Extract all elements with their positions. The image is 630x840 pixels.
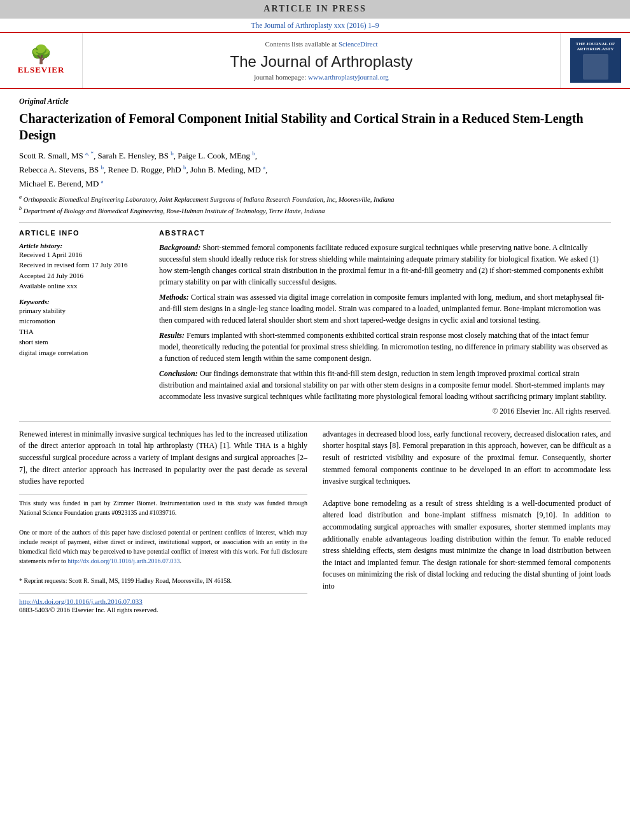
- elsevier-wordmark: ELSEVIER: [18, 65, 65, 75]
- author-sup-b1: b: [171, 150, 174, 157]
- author-sup-b3: b: [101, 164, 104, 171]
- affil-b-text: Department of Biology and Biomedical Eng…: [24, 207, 325, 214]
- author-sup-b4: b: [183, 164, 186, 171]
- keyword-2: micromotion: [19, 316, 146, 326]
- affil-a-text: Orthopaedic Biomedical Engineering Labor…: [24, 196, 395, 203]
- author-sup-b2: b: [252, 150, 255, 157]
- body-text-layout: Renewed interest in minimally invasive s…: [19, 428, 611, 613]
- results-text: Femurs implanted with short-stemmed comp…: [159, 331, 608, 363]
- background-text: Short-stemmed femoral components facilit…: [159, 243, 603, 286]
- abstract-heading: ABSTRACT: [159, 229, 611, 237]
- authors-line-3: Michael E. Berend, MD a: [19, 178, 611, 190]
- journal-logo: THE JOURNAL OFARTHROPLASTY: [570, 38, 621, 83]
- sciencedirect-line: Contents lists available at ScienceDirec…: [265, 40, 377, 48]
- methods-label: Methods:: [159, 293, 189, 302]
- article-body: Original Article Characterization of Fem…: [0, 89, 630, 621]
- author-sup-a3: a: [101, 178, 104, 185]
- footnote-reprint: * Reprint requests: Scott R. Small, MS, …: [19, 576, 307, 585]
- doi-footer: http://dx.doi.org/10.1016/j.arth.2016.07…: [19, 593, 307, 613]
- history-label: Article history:: [19, 242, 146, 249]
- footnote-conflict: One or more of the authors of this paper…: [19, 528, 307, 566]
- article-type-label: Original Article: [19, 97, 611, 106]
- journal-homepage-line: journal homepage: www.arthroplastyjourna…: [254, 73, 389, 81]
- body-col2-paragraph2: Adaptive bone remodeling as a result of …: [323, 498, 611, 592]
- abstract-column: ABSTRACT Background: Short-stemmed femor…: [159, 229, 611, 415]
- authors-line-2: Rebecca A. Stevens, BS b, Renee D. Rogge…: [19, 164, 611, 176]
- background-label: Background:: [159, 243, 200, 252]
- body-left-col: Renewed interest in minimally invasive s…: [19, 428, 307, 613]
- body-col2-paragraph1: advantages in decreased blood loss, earl…: [323, 428, 611, 487]
- author-sup-a1: a, *: [85, 150, 94, 157]
- article-title: Characterization of Femoral Component In…: [19, 110, 611, 143]
- keywords-label: Keywords:: [19, 298, 146, 305]
- journal-homepage-link[interactable]: www.arthroplastyjournal.org: [308, 73, 389, 81]
- journal-center-info: Contents lists available at ScienceDirec…: [83, 33, 560, 88]
- conclusion-text: Our findings demonstrate that within thi…: [159, 369, 606, 401]
- keyword-1: primary stability: [19, 305, 146, 316]
- article-info-abstract-layout: ARTICLE INFO Article history: Received 1…: [19, 229, 611, 415]
- results-label: Results:: [159, 331, 185, 340]
- authors-line: Scott R. Small, MS a, *, Sarah E. Hensle…: [19, 150, 611, 162]
- body-separator: [19, 421, 611, 422]
- keyword-3: THA: [19, 326, 146, 337]
- article-history-block: Article history: Received 1 April 2016 R…: [19, 242, 146, 291]
- author-sup-a2: a: [263, 164, 265, 171]
- abstract-conclusion: Conclusion: Our findings demonstrate tha…: [159, 368, 611, 402]
- article-info-heading: ARTICLE INFO: [19, 229, 146, 237]
- keywords-block: Keywords: primary stability micromotion …: [19, 298, 146, 358]
- body-right-col: advantages in decreased blood loss, earl…: [323, 428, 611, 613]
- elsevier-tree-icon: 🌳: [30, 46, 52, 64]
- keyword-5: digital image correlation: [19, 347, 146, 358]
- conclusion-label: Conclusion:: [159, 369, 198, 378]
- issn-line: 0883-5403/© 2016 Elsevier Inc. All right…: [19, 606, 307, 613]
- journal-title: The Journal of Arthroplasty: [230, 53, 413, 71]
- sciencedirect-link[interactable]: ScienceDirect: [339, 40, 378, 48]
- affil-sup-b: b: [19, 206, 22, 211]
- keyword-4: short stem: [19, 337, 146, 347]
- available-text: Available online xxx: [19, 281, 146, 291]
- footnotes-section: This study was funded in part by Zimmer …: [19, 494, 307, 585]
- accepted-text: Accepted 24 July 2016: [19, 270, 146, 281]
- received-text: Received 1 April 2016: [19, 249, 146, 260]
- article-in-press-banner: ARTICLE IN PRESS: [0, 0, 630, 18]
- doi-link[interactable]: http://dx.doi.org/10.1016/j.arth.2016.07…: [19, 598, 143, 605]
- affiliations: a Orthopaedic Biomedical Engineering Lab…: [19, 193, 611, 215]
- abstract-methods: Methods: Cortical strain was assessed vi…: [159, 291, 611, 326]
- methods-text: Cortical strain was assessed via digital…: [159, 293, 604, 325]
- abstract-background: Background: Short-stemmed femoral compon…: [159, 242, 611, 288]
- abstract-results: Results: Femurs implanted with short-ste…: [159, 330, 611, 364]
- footnote-funding: This study was funded in part by Zimmer …: [19, 498, 307, 517]
- conflict-doi-link[interactable]: http://dx.doi.org/10.1016/j.arth.2016.07…: [67, 557, 179, 564]
- journal-logo-title: THE JOURNAL OFARTHROPLASTY: [576, 41, 615, 52]
- body-col1-paragraph1: Renewed interest in minimally invasive s…: [19, 428, 307, 487]
- article-info-column: ARTICLE INFO Article history: Received 1…: [19, 229, 146, 415]
- journal-header: 🌳 ELSEVIER Contents lists available at S…: [0, 33, 630, 89]
- elsevier-logo: 🌳 ELSEVIER: [10, 41, 73, 80]
- copyright-line: © 2016 Elsevier Inc. All rights reserved…: [159, 407, 611, 415]
- revised-text: Received in revised form 17 July 2016: [19, 260, 146, 270]
- elsevier-logo-section: 🌳 ELSEVIER: [0, 33, 83, 88]
- affil-sup-a: a: [19, 194, 22, 200]
- journal-reference-line: The Journal of Arthroplasty xxx (2016) 1…: [0, 18, 630, 33]
- separator: [19, 222, 611, 223]
- journal-logo-section: THE JOURNAL OFARTHROPLASTY: [560, 33, 630, 88]
